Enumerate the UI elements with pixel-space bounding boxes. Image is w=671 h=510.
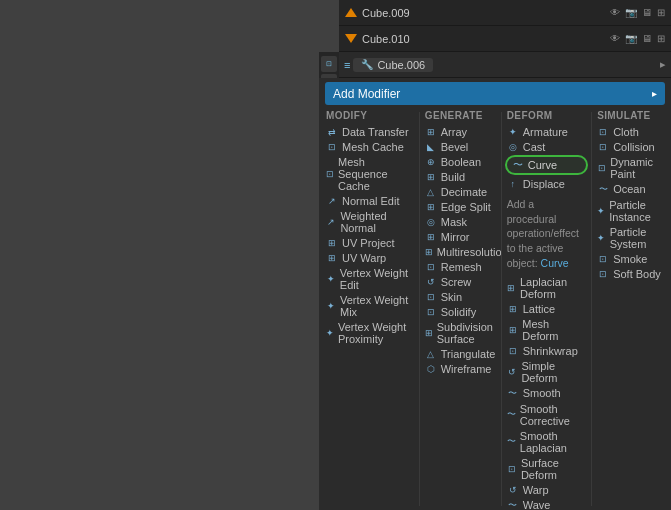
icon-bevel: ◣ [425,142,437,152]
icon-screw: ↺ [425,277,437,287]
mi-skin[interactable]: ⊡ Skin [423,289,498,304]
mi-simple-deform[interactable]: ↺ Simple Deform [505,358,588,385]
mi-mesh-seq-cache[interactable]: ⊡ Mesh Sequence Cache [324,154,416,193]
mi-mesh-deform[interactable]: ⊞ Mesh Deform [505,316,588,343]
icon-ocean: 〜 [597,183,609,196]
label-skin: Skin [441,291,462,303]
label-array: Array [441,126,467,138]
eye-icon2[interactable]: 👁 [610,33,620,44]
mi-cast[interactable]: ◎ Cast [505,139,588,154]
mi-screw[interactable]: ↺ Screw [423,274,498,289]
cube006-tab[interactable]: 🔧 Cube.006 [353,58,433,72]
mi-uv-project[interactable]: ⊞ UV Project [324,235,416,250]
mi-armature[interactable]: ✦ Armature [505,124,588,139]
mi-triangulate[interactable]: △ Triangulate [423,346,498,361]
icon-armature: ✦ [507,127,519,137]
mi-soft-body[interactable]: ⊡ Soft Body [595,266,666,281]
mi-uv-warp[interactable]: ⊞ UV Warp [324,250,416,265]
mi-lattice[interactable]: ⊞ Lattice [505,301,588,316]
mi-mask[interactable]: ◎ Mask [423,214,498,229]
label-data-transfer: Data Transfer [342,126,409,138]
mi-displace[interactable]: ↑ Displace [505,176,588,191]
label-laplacian-deform: Laplacian Deform [520,276,586,300]
label-vw-prox: Vertex Weight Proximity [338,321,414,345]
mi-build[interactable]: ⊞ Build [423,169,498,184]
icon-boolean: ⊕ [425,157,437,167]
mi-smooth-laplacian[interactable]: 〜 Smooth Laplacian [505,428,588,455]
label-subsurf: Subdivision Surface [437,321,496,345]
mi-curve-highlighted[interactable]: 〜 Curve [505,155,588,175]
icon-uv-warp: ⊞ [326,253,338,263]
mi-particle-system[interactable]: ✦ Particle System [595,224,666,251]
mi-weighted-normal[interactable]: ↗ Weighted Normal [324,208,416,235]
header-row1: Cube.009 👁 📷 🖥 ⊞ [339,0,671,26]
right-arrow-icon: ▸ [660,58,666,71]
label-remesh: Remesh [441,261,482,273]
label-build: Build [441,171,465,183]
mi-smooth-corrective[interactable]: 〜 Smooth Corrective [505,401,588,428]
label-dynamic-paint: Dynamic Paint [610,156,664,180]
label-edge-split: Edge Split [441,201,491,213]
mi-vw-edit[interactable]: ✦ Vertex Weight Edit [324,265,416,292]
icon-cloth: ⊡ [597,127,609,137]
mi-ocean[interactable]: 〜 Ocean [595,181,666,197]
icon-particle-system: ✦ [597,233,606,243]
mi-smoke[interactable]: ⊡ Smoke [595,251,666,266]
mi-data-transfer[interactable]: ⇄ Data Transfer [324,124,416,139]
mi-remesh[interactable]: ⊡ Remesh [423,259,498,274]
mi-vw-mix[interactable]: ✦ Vertex Weight Mix [324,292,416,319]
mi-surface-deform[interactable]: ⊡ Surface Deform [505,455,588,482]
mi-particle-instance[interactable]: ✦ Particle Instance [595,197,666,224]
label-vw-mix: Vertex Weight Mix [340,294,414,318]
mi-bevel[interactable]: ◣ Bevel [423,139,498,154]
render-icon1[interactable]: 🖥 [642,7,652,18]
label-decimate: Decimate [441,186,487,198]
mi-cloth[interactable]: ⊡ Cloth [595,124,666,139]
mi-mirror[interactable]: ⊞ Mirror [423,229,498,244]
label-cloth: Cloth [613,126,639,138]
label-smooth: Smooth [523,387,561,399]
icon-mesh-cache: ⊡ [326,142,338,152]
row-icons-right2: 👁 📷 🖥 ⊞ [610,33,665,44]
mi-collision[interactable]: ⊡ Collision [595,139,666,154]
side-icon-scene[interactable]: ⊡ [321,56,337,72]
grid-icon1[interactable]: ⊞ [657,7,665,18]
mi-warp[interactable]: ↺ Warp [505,482,588,497]
mi-mesh-cache[interactable]: ⊡ Mesh Cache [324,139,416,154]
icon-vw-edit: ✦ [326,274,336,284]
mi-dynamic-paint[interactable]: ⊡ Dynamic Paint [595,154,666,181]
label-displace: Displace [523,178,565,190]
mi-edge-split[interactable]: ⊞ Edge Split [423,199,498,214]
mi-array[interactable]: ⊞ Array [423,124,498,139]
col-deform: Deform ✦ Armature ◎ Cast 〜 Curve ↑ Displ… [502,108,591,510]
mi-wave[interactable]: 〜 Wave [505,497,588,510]
eye-icon1[interactable]: 👁 [610,7,620,18]
camera-icon2[interactable]: 📷 [625,33,637,44]
label-vw-edit: Vertex Weight Edit [340,267,414,291]
grid-icon2[interactable]: ⊞ [657,33,665,44]
mi-subsurf[interactable]: ⊞ Subdivision Surface [423,319,498,346]
tri-down-icon [345,34,357,43]
mi-normal-edit[interactable]: ↗ Normal Edit [324,193,416,208]
label-multires: Multiresolution [437,246,501,258]
tab-arrow-icon[interactable]: ≡ [344,59,350,71]
camera-icon1[interactable]: 📷 [625,7,637,18]
label-mask: Mask [441,216,467,228]
icon-uv-project: ⊞ [326,238,338,248]
wrench-icon: 🔧 [361,59,373,70]
mi-vw-prox[interactable]: ✦ Vertex Weight Proximity [324,319,416,346]
mi-laplacian-deform[interactable]: ⊞ Laplacian Deform [505,274,588,301]
render-icon2[interactable]: 🖥 [642,33,652,44]
mi-multires[interactable]: ⊞ Multiresolution [423,244,498,259]
add-modifier-bar[interactable]: Add Modifier ▸ [325,82,665,105]
icon-smoke: ⊡ [597,254,609,264]
row-icons-right1: 👁 📷 🖥 ⊞ [610,7,665,18]
mi-wireframe[interactable]: ⬡ Wireframe [423,361,498,376]
icon-array: ⊞ [425,127,437,137]
col-simulate-header: Simulate [595,108,666,124]
mi-shrinkwrap[interactable]: ⊡ Shrinkwrap [505,343,588,358]
mi-decimate[interactable]: △ Decimate [423,184,498,199]
mi-solidify[interactable]: ⊡ Solidify [423,304,498,319]
mi-smooth[interactable]: 〜 Smooth [505,385,588,401]
mi-boolean[interactable]: ⊕ Boolean [423,154,498,169]
